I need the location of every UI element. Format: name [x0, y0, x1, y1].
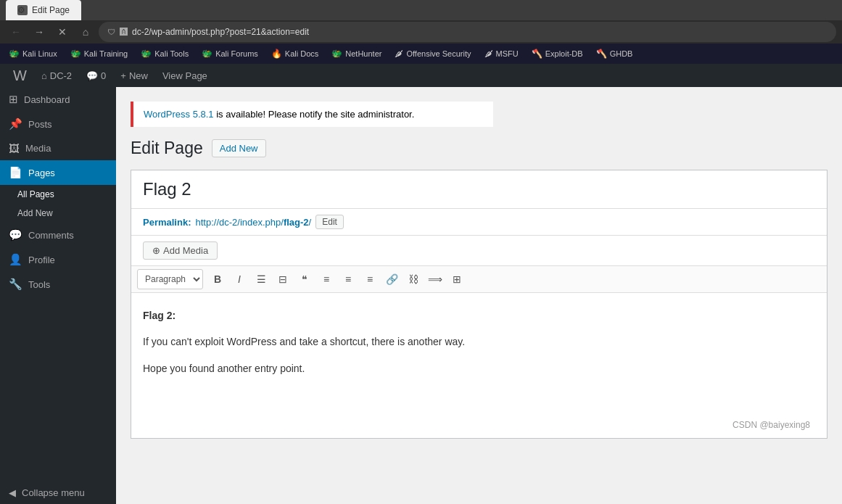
- sidebar-item-posts[interactable]: 📌 Posts: [0, 112, 116, 136]
- bookmark-label: Kali Forums: [215, 49, 258, 58]
- bookmark-kali-docs[interactable]: 🔥 Kali Docs: [265, 47, 324, 60]
- pages-icon: 📄: [9, 166, 22, 179]
- bookmark-kali-training[interactable]: 🐲 Kali Training: [65, 47, 134, 60]
- sidebar-item-pages[interactable]: 📄 Pages: [0, 160, 116, 185]
- tab-title: Edit Page: [32, 5, 70, 15]
- align-left-button[interactable]: ≡: [316, 269, 337, 289]
- bookmark-msfu[interactable]: 🌶 MSFU: [479, 47, 524, 60]
- kali-linux-icon: 🐲: [9, 49, 20, 59]
- sidebar-collapse[interactable]: ◀ Collapse menu: [0, 482, 116, 504]
- add-media-label: Add Media: [163, 245, 208, 256]
- bookmark-kali-forums[interactable]: 🐲 Kali Forums: [196, 47, 264, 60]
- comments-count: 0: [101, 70, 106, 81]
- unlink-button[interactable]: ⛓: [403, 269, 424, 289]
- wp-layout: ⊞ Dashboard 📌 Posts 🖼 Media 📄 Pages All …: [0, 87, 842, 504]
- posts-icon: 📌: [9, 117, 22, 131]
- sidebar-sub-add-new[interactable]: Add New: [0, 204, 116, 223]
- sidebar-item-comments[interactable]: 💬 Comments: [0, 223, 116, 247]
- bookmark-nethunter[interactable]: 🐲 NetHunter: [326, 47, 387, 60]
- add-new-button[interactable]: Add New: [212, 139, 266, 157]
- sidebar-label: Media: [25, 143, 51, 154]
- all-pages-label: All Pages: [17, 189, 54, 199]
- media-toolbar: ⊕ Add Media: [131, 236, 827, 266]
- bookmark-offensive-security[interactable]: 🌶 Offensive Security: [389, 47, 476, 60]
- sidebar-label: Comments: [28, 230, 74, 241]
- shield-icon: 🛡: [107, 28, 115, 36]
- wp-update-link[interactable]: WordPress 5.8.1: [144, 109, 214, 120]
- active-tab[interactable]: ⚙ Edit Page: [6, 0, 81, 20]
- unordered-list-button[interactable]: ☰: [251, 269, 271, 289]
- home-icon: ⌂: [41, 70, 47, 81]
- sidebar-label: Tools: [28, 279, 50, 290]
- browser-chrome: ⚙ Edit Page ← → ✕ ⌂ 🛡 🅰 dc-2/wp-admin/po…: [0, 0, 842, 44]
- sidebar-sub-all-pages[interactable]: All Pages: [0, 185, 116, 204]
- bookmark-label: MSFU: [496, 49, 519, 58]
- sidebar-label: Posts: [28, 119, 52, 130]
- permalink-url[interactable]: http://dc-2/index.php/flag-2/: [195, 217, 311, 228]
- tools-icon: 🔧: [9, 278, 22, 291]
- bookmark-label: Kali Tools: [154, 49, 189, 58]
- sidebar-item-tools[interactable]: 🔧 Tools: [0, 272, 116, 297]
- page-header: Edit Page Add New: [131, 139, 827, 158]
- browser-controls: ← → ✕ ⌂ 🛡 🅰 dc-2/wp-admin/post.php?post=…: [0, 20, 842, 44]
- ordered-list-button[interactable]: ⊟: [273, 269, 293, 289]
- content-line3: Hope you found another entry point.: [143, 360, 815, 376]
- wp-logo-item[interactable]: W: [6, 64, 34, 87]
- table-button[interactable]: ⊞: [447, 269, 467, 289]
- wp-logo-icon: W: [13, 67, 27, 84]
- bookmark-exploit-db[interactable]: 🪓 Exploit-DB: [526, 47, 589, 60]
- post-title-input[interactable]: [131, 170, 827, 209]
- format-select[interactable]: Paragraph: [137, 269, 203, 289]
- url-display[interactable]: dc-2/wp-admin/post.php?post=21&action=ed…: [132, 27, 827, 37]
- site-name-item[interactable]: ⌂ DC-2: [34, 64, 79, 87]
- indent-button[interactable]: ⟹: [425, 269, 445, 289]
- collapse-label: Collapse menu: [22, 487, 85, 498]
- close-button[interactable]: ✕: [52, 22, 73, 42]
- link-button[interactable]: 🔗: [381, 269, 402, 289]
- csdn-watermark: CSDN @baiyexing8: [727, 417, 816, 433]
- bookmark-label: GHDB: [610, 49, 633, 58]
- bookmark-label: Exploit-DB: [545, 49, 583, 58]
- site-icon: 🅰: [120, 28, 128, 36]
- add-media-icon: ⊕: [152, 245, 160, 256]
- home-button[interactable]: ⌂: [75, 22, 96, 42]
- bookmark-kali-linux[interactable]: 🐲 Kali Linux: [3, 47, 63, 60]
- media-icon: 🖼: [9, 142, 20, 154]
- view-page-item[interactable]: View Page: [155, 64, 215, 87]
- permalink-bar: Permalink: http://dc-2/index.php/flag-2/…: [131, 209, 827, 236]
- sidebar-item-profile[interactable]: 👤 Profile: [0, 247, 116, 272]
- pages-submenu: All Pages Add New: [0, 185, 116, 223]
- update-notice: WordPress 5.8.1 is available! Please not…: [131, 102, 493, 127]
- wp-sidebar: ⊞ Dashboard 📌 Posts 🖼 Media 📄 Pages All …: [0, 87, 116, 504]
- tab-favicon: ⚙: [17, 5, 28, 15]
- forward-button[interactable]: →: [29, 22, 49, 42]
- view-page-label: View Page: [162, 70, 207, 81]
- sidebar-item-media[interactable]: 🖼 Media: [0, 136, 116, 160]
- comments-icon: 💬: [86, 70, 98, 81]
- msfu-icon: 🌶: [484, 49, 493, 59]
- add-media-button[interactable]: ⊕ Add Media: [143, 241, 218, 260]
- offensive-security-icon: 🌶: [395, 49, 403, 59]
- comments-item[interactable]: 💬 0: [79, 64, 113, 87]
- address-bar: 🛡 🅰 dc-2/wp-admin/post.php?post=21&actio…: [99, 22, 836, 42]
- editor-body[interactable]: Flag 2: If you can't exploit WordPress a…: [131, 293, 827, 438]
- kali-training-icon: 🐲: [70, 49, 81, 59]
- italic-button[interactable]: I: [229, 269, 249, 289]
- sidebar-item-dashboard[interactable]: ⊞ Dashboard: [0, 87, 116, 112]
- bookmark-label: Kali Training: [84, 49, 128, 58]
- nethunter-icon: 🐲: [331, 49, 342, 59]
- bookmark-ghdb[interactable]: 🪓 GHDB: [590, 47, 639, 60]
- kali-docs-icon: 🔥: [271, 49, 282, 59]
- edit-slug-button[interactable]: Edit: [315, 215, 344, 229]
- align-right-button[interactable]: ≡: [360, 269, 380, 289]
- bookmark-kali-tools[interactable]: 🐲 Kali Tools: [135, 47, 194, 60]
- content-line2: If you can't exploit WordPress and take …: [143, 334, 815, 350]
- bold-button[interactable]: B: [207, 269, 228, 289]
- new-item[interactable]: + New: [113, 64, 155, 87]
- bookmark-label: Kali Docs: [285, 49, 318, 58]
- blockquote-button[interactable]: ❝: [294, 269, 315, 289]
- back-button[interactable]: ←: [6, 22, 26, 42]
- align-center-button[interactable]: ≡: [338, 269, 358, 289]
- flag-bold-text: Flag 2:: [143, 310, 176, 321]
- sidebar-label: Pages: [28, 168, 55, 178]
